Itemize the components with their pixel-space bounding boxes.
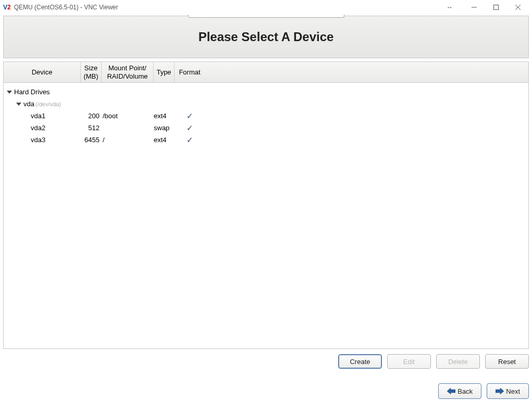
edit-button: Edit: [387, 354, 431, 369]
minimize-button[interactable]: [463, 0, 485, 15]
chevron-down-icon[interactable]: [7, 90, 12, 95]
tree-label: vda: [23, 100, 34, 108]
titlebar: V2 QEMU (CentOS6.5-01) - VNC Viewer ↔: [0, 0, 532, 15]
cell-mount: /: [102, 136, 154, 144]
cell-size: 200: [81, 112, 102, 120]
svg-marker-4: [7, 91, 12, 94]
col-format[interactable]: Format: [175, 62, 205, 82]
cell-type: swap: [154, 124, 175, 132]
col-mount[interactable]: Mount Point/ RAID/Volume: [102, 62, 154, 82]
partition-row[interactable]: vda2 512 swap ✓: [4, 122, 528, 134]
window-title: QEMU (CentOS6.5-01) - VNC Viewer: [14, 4, 118, 11]
cell-type: ext4: [154, 112, 175, 120]
device-path: (/dev/vda): [35, 101, 61, 107]
svg-rect-1: [494, 5, 499, 10]
partition-row[interactable]: vda3 6455 / ext4 ✓: [4, 134, 528, 146]
cell-size: 512: [81, 124, 102, 132]
tree-node-hard-drives[interactable]: Hard Drives: [4, 86, 528, 98]
col-type[interactable]: Type: [154, 62, 175, 82]
svg-marker-5: [16, 103, 21, 106]
reset-button[interactable]: Reset: [485, 354, 529, 369]
cell-format: ✓: [175, 135, 205, 145]
vnc-logo: V2: [3, 4, 11, 11]
table-body: Hard Drives vda (/dev/vda) vda1 200 /boo…: [4, 83, 528, 348]
partition-table: Device Size (MB) Mount Point/ RAID/Volum…: [3, 61, 529, 349]
page-title: Please Select A Device: [199, 30, 334, 44]
svg-marker-7: [496, 388, 504, 394]
resize-icon[interactable]: ↔: [447, 4, 453, 11]
action-button-row: Create Edit Delete Reset: [3, 354, 529, 369]
next-button[interactable]: Next: [487, 383, 529, 399]
chevron-down-icon[interactable]: [16, 102, 21, 107]
cell-size: 6455: [81, 136, 102, 144]
cell-format: ✓: [175, 111, 205, 121]
page-header-box: Please Select A Device: [3, 16, 529, 58]
close-button[interactable]: [507, 0, 529, 15]
check-icon: ✓: [187, 135, 193, 144]
arrow-right-icon: [496, 388, 504, 394]
partition-row[interactable]: vda1 200 /boot ext4 ✓: [4, 110, 528, 122]
col-device[interactable]: Device: [4, 62, 81, 82]
back-button[interactable]: Back: [438, 383, 481, 399]
cell-device: vda1: [4, 112, 81, 120]
create-button[interactable]: Create: [338, 354, 382, 369]
table-header-row: Device Size (MB) Mount Point/ RAID/Volum…: [4, 62, 528, 83]
arrow-left-icon: [447, 388, 455, 394]
cell-device: vda2: [4, 124, 81, 132]
nav-button-row: Back Next: [3, 383, 529, 399]
tree-label: Hard Drives: [14, 88, 50, 96]
cell-mount: /boot: [102, 112, 154, 120]
delete-button: Delete: [436, 354, 480, 369]
svg-marker-6: [447, 388, 455, 394]
maximize-button[interactable]: [485, 0, 507, 15]
cell-format: ✓: [175, 123, 205, 133]
collapsed-dropdown[interactable]: [188, 15, 344, 18]
check-icon: ✓: [187, 111, 193, 120]
col-size[interactable]: Size (MB): [81, 62, 102, 82]
check-icon: ✓: [187, 123, 193, 132]
cell-type: ext4: [154, 136, 175, 144]
cell-device: vda3: [4, 136, 81, 144]
tree-node-vda[interactable]: vda (/dev/vda): [4, 98, 528, 110]
